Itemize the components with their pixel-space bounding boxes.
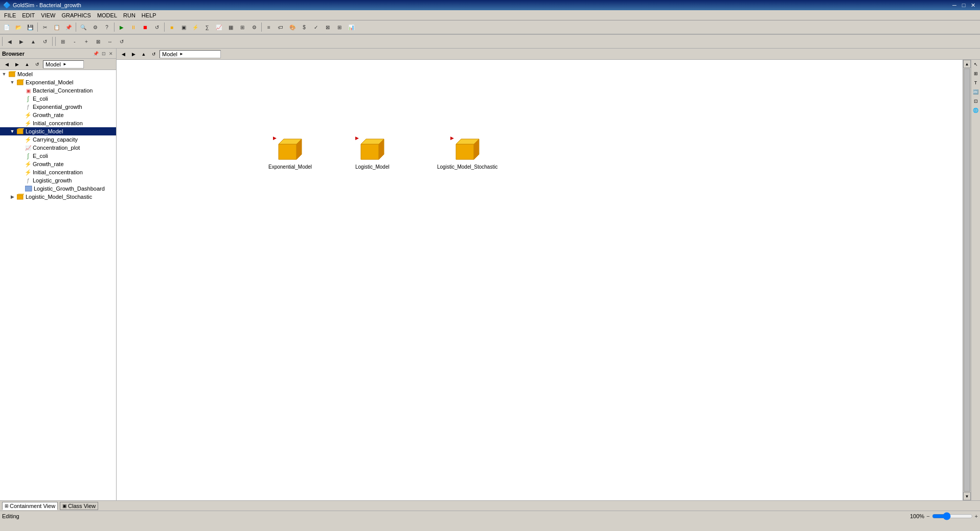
menu-file[interactable]: FILE xyxy=(1,11,19,19)
tab-containment[interactable]: ⊞ Containment View xyxy=(2,502,58,510)
stock-button[interactable]: ▣ xyxy=(178,21,189,33)
new-button[interactable]: 📄 xyxy=(1,21,12,33)
up-button[interactable]: ▲ xyxy=(28,36,39,47)
tree-item-exponential-model[interactable]: ▼ Exponential_Model xyxy=(0,78,116,86)
expression-button[interactable]: ∑ xyxy=(201,21,213,33)
zoom-decrease[interactable]: − xyxy=(926,513,929,519)
canvas-node-logistic[interactable]: ▶ Logistic_Model xyxy=(355,136,390,170)
check-button[interactable]: ✓ xyxy=(310,21,322,33)
minimize-button[interactable]: ─ xyxy=(950,2,959,9)
canvas-back[interactable]: ◀ xyxy=(119,50,128,59)
canvas-refresh[interactable]: ↺ xyxy=(149,50,158,59)
zoom-out-button[interactable]: - xyxy=(69,36,80,47)
maximize-button[interactable]: □ xyxy=(960,2,968,9)
toggle-exponential-model[interactable]: ▼ xyxy=(8,80,16,85)
run-button[interactable]: ▶ xyxy=(116,21,127,33)
close-button[interactable]: ✕ xyxy=(969,2,977,9)
grid-button[interactable]: ⊞ xyxy=(334,21,345,33)
forward-button[interactable]: ▶ xyxy=(16,36,27,47)
tree-item-initial-conc-1[interactable]: ⚡ Initial_concentration xyxy=(0,119,116,127)
scroll-down-button[interactable]: ▼ xyxy=(963,492,971,500)
right-btn-3[interactable]: T xyxy=(972,79,980,87)
right-btn-4[interactable]: 🔤 xyxy=(972,88,980,96)
table-button[interactable]: ▦ xyxy=(225,21,236,33)
scrollbar-v[interactable]: ▲ ▼ xyxy=(963,60,971,500)
zoom-slider[interactable] xyxy=(932,512,973,520)
tree-item-logistic-dashboard[interactable]: Logistic_Growth_Dashboard xyxy=(0,184,116,193)
scroll-up-button[interactable]: ▲ xyxy=(963,60,971,68)
menu-model[interactable]: MODEL xyxy=(94,11,120,19)
zoom-increase[interactable]: + xyxy=(975,513,978,519)
right-btn-1[interactable]: ↖ xyxy=(972,60,980,68)
toggle-logistic-model[interactable]: ▼ xyxy=(8,129,16,134)
paste-button[interactable]: 📌 xyxy=(63,21,74,33)
menu-run[interactable]: RUN xyxy=(120,11,139,19)
pause-button[interactable]: ⏸ xyxy=(128,21,139,33)
open-button[interactable]: 📂 xyxy=(13,21,24,33)
stop-button[interactable]: ⏹ xyxy=(140,21,151,33)
right-btn-6[interactable]: 🌐 xyxy=(972,106,980,114)
find-button[interactable]: 🔍 xyxy=(78,21,89,33)
reload-button[interactable]: ↺ xyxy=(116,36,127,47)
menu-view[interactable]: VIEW xyxy=(38,11,58,19)
nav-up[interactable]: ▲ xyxy=(22,60,32,69)
canvas-node-logistic-stochastic[interactable]: ▶ Logistic_Model_Stochastic xyxy=(437,136,497,170)
dollar-button[interactable]: $ xyxy=(299,21,310,33)
right-btn-2[interactable]: ⊞ xyxy=(972,70,980,78)
menu-graphics[interactable]: GRAPHICS xyxy=(58,11,94,19)
tree-item-conc-plot[interactable]: 📈 Concentration_plot xyxy=(0,144,116,152)
tree-item-bacterial-conc[interactable]: ▣ Bacterial_Concentration xyxy=(0,86,116,95)
zoom-select-button[interactable]: ↔ xyxy=(104,36,116,47)
tree-item-initial-conc-2[interactable]: ⚡ Initial_concentration xyxy=(0,168,116,176)
back-button[interactable]: ◀ xyxy=(4,36,15,47)
browser-float[interactable]: ⊡ xyxy=(101,51,107,56)
tab-class[interactable]: ▣ Class View xyxy=(60,502,98,510)
canvas-up[interactable]: ▲ xyxy=(139,50,148,59)
canvas-area[interactable]: ▲ ▼ ▶ xyxy=(117,60,971,500)
canvas-node-exponential[interactable]: ▶ Exponential_Model xyxy=(268,136,312,170)
palette-button[interactable]: 🎨 xyxy=(287,21,298,33)
nav-forward[interactable]: ▶ xyxy=(12,60,21,69)
matrix-button[interactable]: ⊠ xyxy=(322,21,333,33)
flow-button[interactable]: ⚡ xyxy=(190,21,201,33)
tree-item-logistic-stochastic[interactable]: ▶ Logistic_Model_Stochastic xyxy=(0,193,116,201)
save-button[interactable]: 💾 xyxy=(25,21,36,33)
tag-button[interactable]: 🏷 xyxy=(275,21,286,33)
tree-item-carrying-cap[interactable]: ⚡ Carrying_capacity xyxy=(0,135,116,144)
right-btn-5[interactable]: ⊡ xyxy=(972,97,980,105)
toggle-model[interactable]: ▼ xyxy=(0,72,8,77)
zoom-in-button[interactable]: + xyxy=(81,36,92,47)
zoom-100-button[interactable]: ⊠ xyxy=(93,36,104,47)
tree-item-exp-growth[interactable]: ƒ Exponential_growth xyxy=(0,103,116,111)
browser-close[interactable]: ✕ xyxy=(108,51,114,56)
nav-refresh[interactable]: ↺ xyxy=(33,60,42,69)
tree-item-ecoli-2[interactable]: ∫ E_coli xyxy=(0,152,116,160)
result-button[interactable]: ⊞ xyxy=(237,21,248,33)
browser-pin[interactable]: 📌 xyxy=(92,51,100,56)
tree-item-growth-rate-1[interactable]: ⚡ Growth_rate xyxy=(0,111,116,119)
tree-item-logistic-growth[interactable]: ƒ Logistic_growth xyxy=(0,176,116,184)
tree-item-logistic-model[interactable]: ▼ Logistic_Model xyxy=(0,127,116,135)
zoom-fit-button[interactable]: ⊞ xyxy=(57,36,69,47)
canvas-forward[interactable]: ▶ xyxy=(129,50,138,59)
list-button[interactable]: ≡ xyxy=(263,21,275,33)
scroll-thumb[interactable] xyxy=(964,68,970,492)
tree-label-growth-rate-2: Growth_rate xyxy=(33,161,64,167)
container-button[interactable]: ■ xyxy=(166,21,177,33)
tree-item-model[interactable]: ▼ Model xyxy=(0,70,116,78)
timeseries-button[interactable]: 📈 xyxy=(213,21,224,33)
chart-button[interactable]: 📊 xyxy=(346,21,357,33)
nav-back[interactable]: ◀ xyxy=(2,60,11,69)
reset-button[interactable]: ↺ xyxy=(151,21,163,33)
menu-edit[interactable]: EDIT xyxy=(19,11,38,19)
copy-button[interactable]: 📋 xyxy=(51,21,62,33)
refresh-button[interactable]: ↺ xyxy=(39,36,51,47)
menu-help[interactable]: HELP xyxy=(139,11,159,19)
cut-button[interactable]: ✂ xyxy=(39,21,51,33)
tree-item-ecoli-1[interactable]: ∫ E_coli xyxy=(0,95,116,103)
settings-button[interactable]: ⚙ xyxy=(89,21,101,33)
config-button[interactable]: ⚙ xyxy=(248,21,260,33)
help-button[interactable]: ? xyxy=(101,21,112,33)
toggle-logistic-stochastic[interactable]: ▶ xyxy=(8,194,16,199)
tree-item-growth-rate-2[interactable]: ⚡ Growth_rate xyxy=(0,160,116,168)
